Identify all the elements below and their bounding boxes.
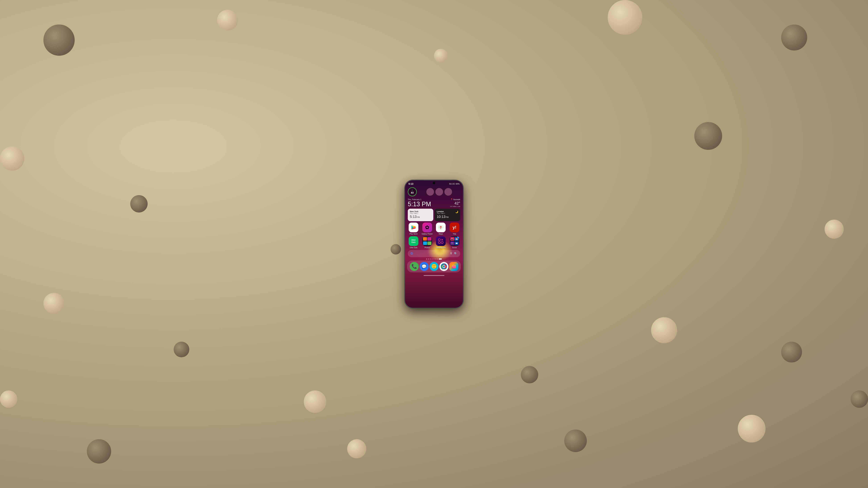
phone-shell: 5:13 5G UC 83% 📱 83 Thu, February 1 — [404, 180, 464, 308]
app-icon-social[interactable]: 📸 📅 📷 ✉️ 18 — [450, 236, 459, 246]
page-dot-6[interactable] — [437, 259, 438, 260]
date-text: Thu, February 1 — [408, 198, 421, 200]
dock-messages[interactable]: 💬 — [420, 262, 429, 271]
lens-icon[interactable]: 🔍 — [454, 252, 458, 255]
app-item-galaxy-flower[interactable]: ✿ Galaxy Flower — [421, 223, 434, 235]
app-icon-play-store[interactable] — [409, 223, 418, 232]
svg-point-5 — [438, 239, 440, 241]
uv-index: UV Index: Low — [450, 205, 460, 207]
clock-card-new-york[interactable]: New York Thu, Feb 1 5:13 PM — [408, 209, 433, 221]
app-label-play-store: Play Store — [409, 233, 417, 235]
app-item-gaming-hub[interactable]: Gaming Hub — [434, 236, 447, 249]
app-label-photos: Photos — [425, 247, 430, 249]
top-widgets-row: 📱 83 — [405, 186, 463, 198]
app-grid-row2: UberEats Uber Eats Photos — [407, 236, 461, 249]
battery-icon: 83% — [456, 183, 460, 185]
clock-card-london[interactable]: London Thu, Feb 1 🌙 10:13 PM — [435, 209, 460, 221]
svg-point-8 — [438, 241, 440, 243]
dock-phone[interactable]: 📞 — [410, 262, 419, 271]
app-label-galaxy-flower: Galaxy Flower — [422, 233, 433, 235]
app-item-social[interactable]: 📸 📅 📷 ✉️ 18 Social — [448, 236, 461, 249]
city-london: London — [437, 210, 445, 213]
temperature: 42° — [450, 201, 460, 205]
app-icon-yelp[interactable]: y! — [450, 223, 459, 232]
dot-widget-1[interactable] — [426, 188, 434, 196]
page-dot-4[interactable] — [432, 259, 433, 260]
google-search-bar[interactable]: G 🎙 🔍 — [408, 250, 460, 257]
date-london: Thu, Feb 1 — [437, 213, 445, 215]
home-indicator[interactable] — [405, 274, 463, 277]
app-dock: 📞 💬 🙂 — [407, 261, 461, 272]
clock-cards: New York Thu, Feb 1 5:13 PM London Thu, … — [408, 209, 460, 221]
location-pin-icon: 📍 — [451, 198, 453, 201]
home-bar — [424, 275, 444, 276]
svg-point-9 — [441, 241, 443, 243]
page-dot-1[interactable] — [426, 259, 427, 260]
app-label-uber-eats: Uber Eats — [410, 247, 417, 249]
app-label-yelp: Yelp — [453, 233, 456, 235]
dot-widget-2[interactable] — [435, 188, 443, 196]
google-g-icon: G — [410, 252, 413, 255]
app-label-social: Social — [452, 247, 457, 249]
page-indicator-dots — [405, 259, 463, 260]
app-item-yelp[interactable]: y! Yelp — [448, 223, 461, 235]
app-icon-gaming-hub[interactable] — [436, 236, 446, 246]
app-item-photos[interactable]: Photos — [421, 236, 434, 249]
dot-widget-3[interactable] — [444, 188, 452, 196]
app-label-maps: Maps — [439, 233, 443, 235]
social-badge: 18 — [457, 236, 459, 238]
status-time: 5:13 — [408, 183, 413, 185]
microphone-icon[interactable]: 🎙 — [450, 252, 453, 255]
app-icon-maps[interactable] — [436, 223, 446, 232]
location-tag: 📍 Norwalk — [451, 198, 460, 201]
svg-point-13 — [443, 266, 445, 267]
app-item-play-store[interactable]: Play Store — [407, 223, 420, 235]
app-item-uber-eats[interactable]: UberEats Uber Eats — [407, 236, 420, 249]
camera-cutout — [433, 182, 435, 184]
app-icon-galaxy-flower[interactable]: ✿ — [422, 223, 432, 232]
page-dot-2[interactable] — [428, 259, 429, 260]
battery-widget[interactable]: 📱 83 — [408, 187, 417, 196]
date-new-york: Thu, Feb 1 — [410, 213, 431, 215]
page-dot-3[interactable] — [430, 259, 431, 260]
dot-widgets — [418, 188, 460, 196]
network-icon: 5G UC — [449, 183, 455, 185]
app-grid-row1: Play Store ✿ Galaxy Flower — [407, 223, 461, 235]
status-icons: 5G UC 83% — [449, 183, 460, 185]
date-row: Thu, February 1 📍 Norwalk — [408, 198, 460, 201]
app-label-gaming-hub: Gaming Hub — [436, 247, 446, 249]
dock-samsung-wallet[interactable]: 👛 — [449, 262, 458, 271]
dock-bitmoji[interactable]: 🙂 — [430, 262, 438, 271]
app-icon-photos[interactable] — [422, 236, 432, 246]
page-dot-5[interactable] — [435, 259, 436, 260]
svg-point-4 — [440, 227, 441, 227]
battery-number: 83 — [411, 192, 414, 194]
city-new-york: New York — [410, 210, 431, 213]
app-icon-uber-eats[interactable]: UberEats — [409, 236, 418, 246]
dock-chrome[interactable] — [439, 262, 448, 271]
app-item-maps[interactable]: Maps — [434, 223, 447, 235]
time-new-york: 5:13 PM — [410, 215, 431, 219]
page-dot-7-active[interactable] — [439, 259, 442, 260]
date-weather-widget[interactable]: Thu, February 1 📍 Norwalk 5:13 PM 42° UV… — [408, 198, 460, 207]
location-text: Norwalk — [453, 198, 460, 200]
main-clock: 5:13 PM — [408, 201, 431, 207]
phone-screen: 5:13 5G UC 83% 📱 83 Thu, February 1 — [405, 181, 463, 308]
time-london: 10:13 PM — [437, 215, 458, 219]
moon-icon: 🌙 — [455, 210, 458, 213]
